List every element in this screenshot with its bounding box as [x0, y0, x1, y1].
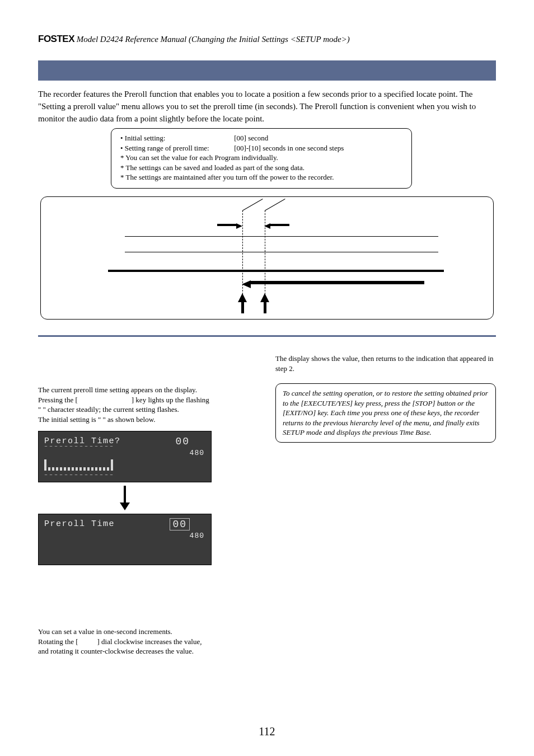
intro-paragraph: The recorder features the Preroll functi… — [38, 88, 496, 125]
lcd-sub-value: 480 — [190, 531, 204, 541]
text-line: and rotating it counter-clockwise decrea… — [38, 646, 259, 656]
info-note: * You can set the value for each Program… — [120, 153, 402, 163]
arrow-down-icon — [38, 486, 212, 510]
lcd-value: 00 — [170, 518, 190, 531]
page-header: FOSTEX Model D2424 Reference Manual (Cha… — [38, 34, 496, 45]
two-column-body: The current preroll time setting appears… — [38, 354, 496, 656]
left-column: The current preroll time setting appears… — [38, 354, 259, 656]
text-line: Rotating the [] dial clockwise increases… — [38, 637, 259, 647]
text-line: " " character steadily; the current sett… — [38, 405, 259, 415]
text-fragment: ] dial clockwise increases the value, — [97, 637, 202, 646]
lcd-dots: –––––––––––––– — [44, 471, 115, 479]
step-paragraph: You can set a value in one-second increm… — [38, 627, 259, 656]
section-title-bar — [38, 60, 496, 81]
info-value: [00] second — [234, 134, 268, 142]
preroll-diagram — [40, 196, 494, 320]
section-rule — [38, 335, 496, 337]
result-paragraph: The display shows the value, then return… — [275, 354, 496, 373]
text-line: You can set a value in one-second increm… — [38, 627, 259, 637]
text-line: The current preroll time setting appears… — [38, 385, 259, 395]
text-fragment: ] key lights up the flashing — [132, 396, 209, 404]
header-title: Model D2424 Reference Manual (Changing t… — [77, 35, 350, 44]
lcd-display: Preroll Time 00 480 — [38, 514, 212, 565]
info-line: • Setting range of preroll time: [00]-[1… — [120, 143, 402, 153]
text-fragment: Rotating the [ — [38, 637, 78, 646]
text-line: Pressing the [] key lights up the flashi… — [38, 395, 259, 405]
right-column: The display shows the value, then return… — [275, 354, 496, 656]
lcd-sequence: Preroll Time? –––––––––––––– 00 480 ––––… — [38, 431, 259, 565]
cancel-note-box: To cancel the setting operation, or to r… — [275, 383, 496, 443]
step-paragraph: The current preroll time setting appears… — [38, 385, 259, 424]
brand-logo: FOSTEX — [38, 34, 74, 44]
lcd-text: Preroll Time — [44, 519, 115, 530]
lcd-dots: –––––––––––––– — [44, 443, 115, 450]
page-number: 112 — [0, 725, 534, 738]
text-fragment: Pressing the [ — [38, 396, 78, 404]
lcd-value: 00 — [175, 435, 190, 448]
info-note: * The settings can be saved and loaded a… — [120, 163, 402, 173]
info-label: • Initial setting: — [120, 133, 232, 143]
settings-info-box: • Initial setting: [00] second • Setting… — [111, 128, 412, 189]
info-note: * The settings are maintained after you … — [120, 172, 402, 182]
info-line: • Initial setting: [00] second — [120, 133, 402, 143]
lcd-meter — [44, 458, 166, 471]
lcd-sub-value: 480 — [190, 448, 204, 458]
text-line: The initial setting is " " as shown belo… — [38, 415, 259, 425]
info-value: [00]-[10] seconds in one second steps — [234, 144, 344, 152]
info-label: • Setting range of preroll time: — [120, 143, 232, 153]
lcd-display: Preroll Time? –––––––––––––– 00 480 ––––… — [38, 431, 212, 482]
